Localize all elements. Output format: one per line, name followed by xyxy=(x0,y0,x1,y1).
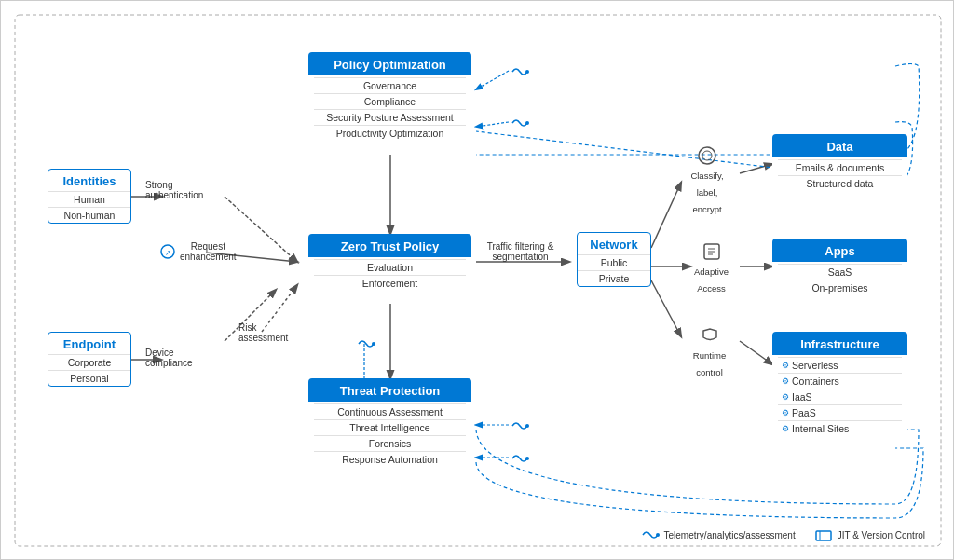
apps-item-onprem: On-premises xyxy=(778,280,902,295)
svg-rect-35 xyxy=(816,531,831,540)
classify-icon xyxy=(697,145,717,166)
traffic-filtering-label: Traffic filtering &segmentation xyxy=(476,241,565,262)
threat-protection-box: Threat Protection Continuous Assessment … xyxy=(308,378,471,469)
endpoint-title: Endpoint xyxy=(48,333,130,354)
legend-telemetry-label: Telemetry/analytics/assessment xyxy=(664,530,796,540)
svg-point-29 xyxy=(525,70,529,74)
legend-telemetry: Telemetry/analytics/assessment xyxy=(641,527,796,542)
infra-item-internal: ⚙ Internal Sites xyxy=(778,420,902,436)
infrastructure-title: Infrastructure xyxy=(772,332,907,355)
identities-box: Identities Human Non-human xyxy=(48,169,131,224)
zero-trust-title: Zero Trust Policy xyxy=(308,234,471,257)
jit-legend-icon xyxy=(814,527,833,542)
data-item-structured: Structured data xyxy=(778,175,902,191)
identities-item-nonhuman: Non-human xyxy=(48,207,130,223)
svg-line-16 xyxy=(476,71,509,89)
svg-point-30 xyxy=(525,121,529,125)
data-title: Data xyxy=(772,134,907,157)
threat-item-continuous: Continuous Assessment xyxy=(314,403,466,419)
infrastructure-box: Infrastructure ⚙ Serverless ⚙ Containers… xyxy=(772,332,907,438)
svg-point-34 xyxy=(656,533,660,537)
threat-item-response: Response Automation xyxy=(314,451,466,467)
data-items: Emails & documents Structured data xyxy=(772,157,907,193)
policy-optimization-box: Policy Optimization Governance Complianc… xyxy=(308,52,471,143)
request-icon: ↗ xyxy=(159,243,176,260)
network-title: Network xyxy=(578,233,650,254)
endpoint-box: Endpoint Corporate Personal xyxy=(48,332,131,387)
apps-items: SaaS On-premises xyxy=(772,262,907,297)
identities-item-human: Human xyxy=(48,191,130,207)
policy-item-governance: Governance xyxy=(314,77,466,93)
infra-item-containers: ⚙ Containers xyxy=(778,373,902,389)
endpoint-item-corporate: Corporate xyxy=(48,354,130,370)
policy-optimization-title: Policy Optimization xyxy=(308,52,471,75)
telemetry-icon-2 xyxy=(511,116,529,133)
svg-line-9 xyxy=(651,183,681,248)
telemetry-icon-4 xyxy=(511,451,529,469)
data-box: Data Emails & documents Structured data xyxy=(772,134,907,193)
threat-protection-items: Continuous Assessment Threat Intelligenc… xyxy=(308,402,471,469)
svg-point-33 xyxy=(372,342,375,346)
endpoint-item-personal: Personal xyxy=(48,370,130,386)
svg-line-11 xyxy=(651,280,681,336)
threat-item-forensics: Forensics xyxy=(314,435,466,451)
svg-point-23 xyxy=(699,147,716,164)
adaptive-icon xyxy=(702,241,722,262)
policy-item-productivity: Productivity Optimization xyxy=(314,125,466,141)
svg-point-24 xyxy=(702,151,712,160)
adaptive-access-area: AdaptiveAccess xyxy=(681,241,742,295)
svg-point-32 xyxy=(525,457,529,460)
svg-line-12 xyxy=(740,164,772,173)
zero-trust-item-evaluation: Evaluation xyxy=(314,259,466,275)
zero-trust-items: Evaluation Enforcement xyxy=(308,257,471,293)
threat-item-intelligence: Threat Intelligence xyxy=(314,419,466,435)
policy-optimization-items: Governance Compliance Security Posture A… xyxy=(308,75,471,143)
telemetry-icon-1 xyxy=(511,64,529,82)
svg-text:↗: ↗ xyxy=(165,249,171,257)
request-enhancement-label: Requestenhancement xyxy=(180,241,237,262)
svg-point-31 xyxy=(525,424,529,428)
strong-auth-label: Strongauthentication xyxy=(145,180,229,200)
device-compliance-label: Devicecompliance xyxy=(145,348,225,368)
svg-line-14 xyxy=(740,341,772,364)
runtime-label: Runtimecontrol xyxy=(693,350,726,377)
classify-label: Classify,label,encrypt xyxy=(690,171,723,214)
zero-trust-item-enforcement: Enforcement xyxy=(314,275,466,291)
identities-title: Identities xyxy=(48,170,130,191)
apps-item-saas: SaaS xyxy=(778,264,902,280)
diagram-container: Identities Human Non-human Strongauthent… xyxy=(0,0,954,560)
network-box: Network Public Private xyxy=(577,232,651,287)
policy-item-security: Security Posture Assessment xyxy=(314,109,466,125)
threat-protection-title: Threat Protection xyxy=(308,378,471,402)
policy-item-compliance: Compliance xyxy=(314,93,466,109)
adaptive-access-label: AdaptiveAccess xyxy=(694,266,729,294)
apps-title: Apps xyxy=(772,239,907,262)
svg-line-17 xyxy=(476,122,509,127)
infra-item-iaas: ⚙ IaaS xyxy=(778,389,902,404)
apps-box: Apps SaaS On-premises xyxy=(772,239,907,297)
legend-jit-label: JIT & Version Control xyxy=(838,530,925,540)
telemetry-legend-icon xyxy=(641,527,660,542)
legend-jit: JIT & Version Control xyxy=(814,527,925,542)
classify-area: Classify,label,encrypt xyxy=(679,145,735,216)
data-item-emails: Emails & documents xyxy=(778,159,902,175)
legend: Telemetry/analytics/assessment JIT & Ver… xyxy=(641,527,925,542)
risk-assessment-label: Riskassessment xyxy=(238,322,313,343)
runtime-icon xyxy=(700,325,720,346)
infra-item-serverless: ⚙ Serverless xyxy=(778,357,902,373)
network-item-private: Private xyxy=(578,270,650,286)
zero-trust-box: Zero Trust Policy Evaluation Enforcement xyxy=(308,234,471,293)
runtime-area: Runtimecontrol xyxy=(679,325,740,379)
infra-item-paas: ⚙ PaaS xyxy=(778,404,902,420)
request-enhancement-area: ↗ Requestenhancement xyxy=(159,241,237,262)
telemetry-icon-5 xyxy=(357,336,375,355)
telemetry-icon-3 xyxy=(511,418,529,436)
network-item-public: Public xyxy=(578,254,650,270)
infrastructure-items: ⚙ Serverless ⚙ Containers ⚙ IaaS ⚙ PaaS … xyxy=(772,355,907,438)
